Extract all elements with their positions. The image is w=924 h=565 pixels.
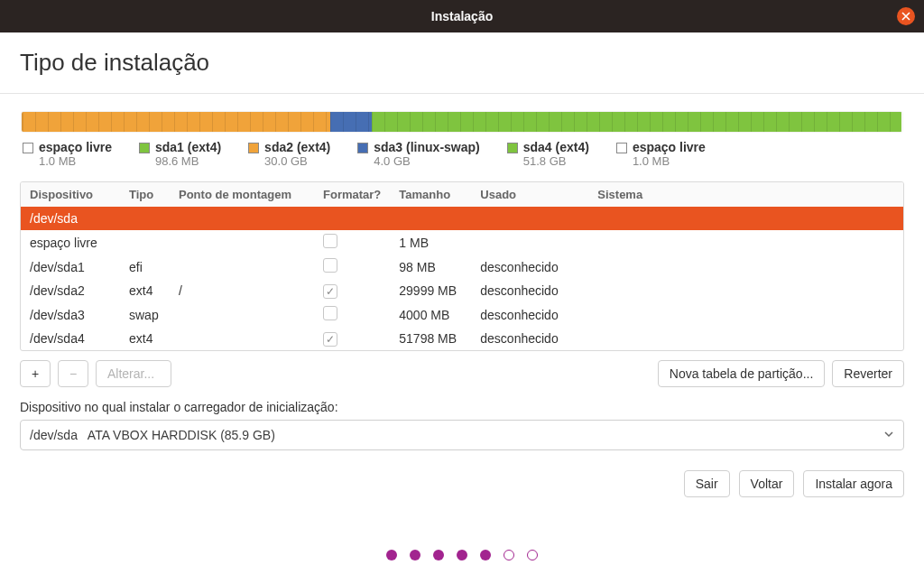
cell-type: swap xyxy=(120,302,170,327)
cell-system xyxy=(588,230,903,255)
cell-mount: / xyxy=(170,279,314,302)
partition-segment[interactable] xyxy=(372,112,902,132)
cell-mount xyxy=(170,327,314,350)
cell-system xyxy=(588,279,903,302)
progress-dots xyxy=(20,550,904,560)
col-used[interactable]: Usado xyxy=(471,182,588,207)
cell-format xyxy=(314,230,390,255)
cell-size xyxy=(390,207,471,230)
legend-name: sda4 (ext4) xyxy=(523,140,589,154)
col-format[interactable]: Formatar? xyxy=(314,182,390,207)
progress-dot xyxy=(386,550,397,560)
legend-item: sda3 (linux-swap)4.0 GB xyxy=(357,140,479,168)
cell-size: 29999 MB xyxy=(390,279,471,302)
cell-type: ext4 xyxy=(120,327,170,350)
format-checkbox[interactable] xyxy=(323,284,337,299)
table-row[interactable]: /dev/sda3swap4000 MBdesconhecido xyxy=(21,302,903,327)
format-checkbox[interactable] xyxy=(323,332,337,347)
page-title: Tipo de instalação xyxy=(20,49,904,77)
cell-format xyxy=(314,279,390,302)
change-partition-button[interactable]: Alterar... xyxy=(96,360,171,387)
new-partition-table-button[interactable]: Nova tabela de partição... xyxy=(658,360,826,387)
cell-type: ext4 xyxy=(120,279,170,302)
partition-legend: espaço livre1.0 MBsda1 (ext4)98.6 MBsda2… xyxy=(21,133,903,181)
table-header-row: Dispositivo Tipo Ponto de montagem Forma… xyxy=(21,182,903,207)
format-checkbox[interactable] xyxy=(323,234,337,248)
legend-name: espaço livre xyxy=(39,140,112,154)
cell-mount xyxy=(170,230,314,255)
cell-used: desconhecido xyxy=(471,255,588,279)
cell-format xyxy=(314,327,390,350)
legend-item: espaço livre1.0 MB xyxy=(23,140,112,168)
legend-item: sda1 (ext4)98.6 MB xyxy=(139,140,221,168)
chevron-down-icon xyxy=(883,428,894,442)
cell-size: 51798 MB xyxy=(390,327,471,350)
legend-size: 4.0 GB xyxy=(374,154,479,168)
close-button[interactable] xyxy=(897,7,915,25)
progress-dot xyxy=(457,550,467,560)
legend-swatch xyxy=(139,143,150,153)
table-row[interactable]: /dev/sda1efi98 MBdesconhecido xyxy=(21,255,903,279)
cell-type: efi xyxy=(120,255,170,279)
bootloader-select-value: /dev/sda ATA VBOX HARDDISK (85.9 GB) xyxy=(30,428,275,442)
legend-size: 30.0 GB xyxy=(264,154,330,168)
cell-used: desconhecido xyxy=(471,279,588,302)
format-checkbox[interactable] xyxy=(323,306,337,320)
close-icon xyxy=(901,12,910,21)
quit-button[interactable]: Sair xyxy=(684,470,730,497)
cell-mount xyxy=(170,255,314,279)
col-device[interactable]: Dispositivo xyxy=(21,182,120,207)
legend-name: sda3 (linux-swap) xyxy=(374,140,479,154)
table-row[interactable]: /dev/sda4ext451798 MBdesconhecido xyxy=(21,327,903,350)
legend-swatch xyxy=(616,143,627,153)
legend-name: sda1 (ext4) xyxy=(155,140,221,154)
format-checkbox[interactable] xyxy=(323,258,337,273)
cell-type xyxy=(120,230,170,255)
col-system[interactable]: Sistema xyxy=(588,182,903,207)
cell-size: 98 MB xyxy=(390,255,471,279)
add-partition-button[interactable]: + xyxy=(20,360,51,387)
progress-dot xyxy=(527,550,538,560)
bootloader-select[interactable]: /dev/sda ATA VBOX HARDDISK (85.9 GB) xyxy=(20,420,904,450)
cell-system xyxy=(588,207,903,230)
remove-partition-button[interactable]: − xyxy=(58,360,88,387)
install-now-button[interactable]: Instalar agora xyxy=(803,470,904,497)
cell-device: espaço livre xyxy=(21,230,120,255)
bootloader-label: Dispositivo no qual instalar o carregado… xyxy=(20,400,904,414)
cell-mount xyxy=(170,207,314,230)
legend-swatch xyxy=(248,143,259,153)
col-type[interactable]: Tipo xyxy=(120,182,170,207)
col-mount[interactable]: Ponto de montagem xyxy=(170,182,314,207)
divider xyxy=(0,93,924,94)
revert-button[interactable]: Reverter xyxy=(832,360,904,387)
progress-dot xyxy=(410,550,420,560)
table-row[interactable]: /dev/sda xyxy=(21,207,903,230)
legend-size: 1.0 MB xyxy=(633,154,706,168)
legend-swatch xyxy=(23,143,33,153)
partition-table: Dispositivo Tipo Ponto de montagem Forma… xyxy=(20,181,904,351)
partition-segment[interactable] xyxy=(23,112,330,132)
legend-size: 51.8 GB xyxy=(523,154,589,168)
cell-used: desconhecido xyxy=(471,302,588,327)
legend-item: espaço livre1.0 MB xyxy=(616,140,706,168)
legend-name: espaço livre xyxy=(633,140,706,154)
legend-swatch xyxy=(507,143,518,153)
table-row[interactable]: espaço livre1 MB xyxy=(21,230,903,255)
cell-size: 1 MB xyxy=(390,230,471,255)
window-titlebar: Instalação xyxy=(0,0,924,32)
partition-segment[interactable] xyxy=(330,112,372,132)
back-button[interactable]: Voltar xyxy=(739,470,795,497)
window-title: Instalação xyxy=(431,9,493,23)
cell-system xyxy=(588,255,903,279)
cell-used xyxy=(471,207,588,230)
legend-name: sda2 (ext4) xyxy=(264,140,330,154)
col-size[interactable]: Tamanho xyxy=(390,182,471,207)
progress-dot xyxy=(480,550,491,560)
cell-used xyxy=(471,230,588,255)
progress-dot xyxy=(504,550,514,560)
cell-device: /dev/sda2 xyxy=(21,279,120,302)
cell-device: /dev/sda xyxy=(21,207,120,230)
table-row[interactable]: /dev/sda2ext4/29999 MBdesconhecido xyxy=(21,279,903,302)
cell-format xyxy=(314,255,390,279)
cell-format xyxy=(314,302,390,327)
